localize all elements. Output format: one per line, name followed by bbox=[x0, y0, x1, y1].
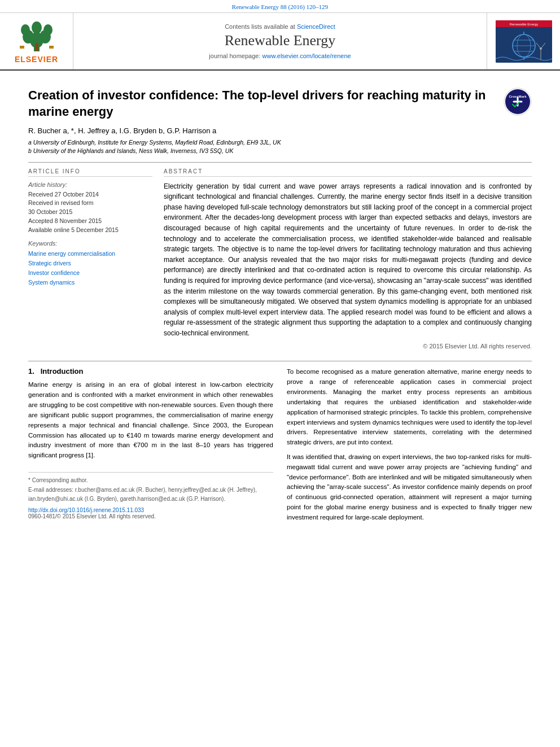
main-content: Creation of investor confidence: The top… bbox=[0, 71, 560, 539]
doi-line[interactable]: http://dx.doi.org/10.1016/j.renene.2015.… bbox=[28, 507, 273, 513]
article-title: Creation of investor confidence: The top… bbox=[28, 88, 492, 120]
affiliation-a: a University of Edinburgh, Institute for… bbox=[28, 138, 532, 147]
article-info-column: ARTICLE INFO Article history: Received 2… bbox=[28, 168, 152, 350]
journal-header-center: Contents lists available at ScienceDirec… bbox=[73, 13, 487, 69]
authors-line: R. Bucher a, *, H. Jeffrey a, I.G. Bryde… bbox=[28, 126, 532, 135]
article-info-abstract-section: ARTICLE INFO Article history: Received 2… bbox=[28, 168, 532, 350]
keyword-2[interactable]: Strategic drivers bbox=[28, 259, 152, 268]
received-date: Received 27 October 2014 bbox=[28, 190, 152, 199]
keywords-title: Keywords: bbox=[28, 240, 152, 247]
issn-line: 0960-1481/© 2015 Elsevier Ltd. All right… bbox=[28, 513, 273, 519]
renewable-energy-thumbnail: Renewable Energy bbox=[496, 20, 552, 63]
intro-paragraph-1: Marine energy is arising in an era of gl… bbox=[28, 380, 273, 461]
contents-list-text: Contents lists available at bbox=[225, 23, 295, 30]
keyword-1[interactable]: Marine energy commercialisation bbox=[28, 249, 152, 259]
svg-point-5 bbox=[43, 24, 53, 36]
svg-point-7 bbox=[35, 43, 38, 46]
sciencedirect-link[interactable]: ScienceDirect bbox=[297, 23, 335, 30]
journal-reference-text: Renewable Energy 88 (2016) 120–129 bbox=[232, 3, 328, 10]
intro-paragraph-2: To become recognised as a mature generat… bbox=[287, 367, 532, 448]
homepage-label: journal homepage: bbox=[209, 53, 260, 59]
svg-rect-8 bbox=[35, 46, 38, 51]
article-footer: * Corresponding author. E-mail addresses… bbox=[28, 472, 273, 519]
introduction-heading: 1. Introduction bbox=[28, 367, 273, 375]
elsevier-tree-icon bbox=[17, 19, 56, 53]
intro-paragraph-3: It was identified that, drawing on exper… bbox=[287, 452, 532, 523]
elsevier-brand-text: ELSEVIER bbox=[15, 55, 58, 64]
body-right-column: To become recognised as a mature generat… bbox=[287, 367, 532, 527]
section-number: 1. bbox=[28, 367, 34, 375]
received-revised-date: 30 October 2015 bbox=[28, 208, 152, 217]
elsevier-logo: ELSEVIER bbox=[15, 19, 58, 64]
copyright-line: © 2015 Elsevier Ltd. All rights reserved… bbox=[164, 343, 532, 350]
journal-logo-section: Renewable Energy bbox=[487, 13, 560, 69]
journal-homepage-line: journal homepage: www.elsevier.com/locat… bbox=[209, 53, 351, 59]
keyword-4[interactable]: System dynamics bbox=[28, 278, 152, 287]
elsevier-logo-section: ELSEVIER bbox=[0, 13, 73, 69]
renewable-energy-cover-icon: Renewable Energy bbox=[496, 20, 552, 63]
journal-reference-bar: Renewable Energy 88 (2016) 120–129 bbox=[0, 0, 560, 13]
svg-point-24 bbox=[540, 47, 542, 50]
corresponding-author-note: * Corresponding author. bbox=[28, 477, 273, 483]
body-left-column: 1. Introduction Marine energy is arising… bbox=[28, 367, 273, 527]
svg-point-6 bbox=[32, 21, 42, 34]
section-divider-1 bbox=[28, 162, 532, 163]
sciencedirect-line: Contents lists available at ScienceDirec… bbox=[225, 23, 335, 30]
available-online-date: Available online 5 December 2015 bbox=[28, 226, 152, 235]
abstract-text: Electricity generation by tidal current … bbox=[164, 181, 532, 339]
svg-text:Renewable Energy: Renewable Energy bbox=[509, 23, 538, 26]
section-title-text: Introduction bbox=[41, 367, 84, 375]
accepted-date: Accepted 8 November 2015 bbox=[28, 217, 152, 226]
article-title-section: Creation of investor confidence: The top… bbox=[28, 88, 532, 120]
crossmark-badge[interactable]: CrossMark bbox=[504, 88, 532, 116]
abstract-column: ABSTRACT Electricity generation by tidal… bbox=[164, 168, 532, 350]
affiliation-b: b University of the Highlands and Island… bbox=[28, 147, 532, 155]
svg-rect-9 bbox=[20, 46, 24, 49]
received-revised-label: Received in revised form bbox=[28, 199, 152, 208]
article-info-heading: ARTICLE INFO bbox=[28, 168, 152, 177]
journal-title: Renewable Energy bbox=[225, 32, 336, 49]
body-section: 1. Introduction Marine energy is arising… bbox=[28, 361, 532, 527]
journal-homepage-link[interactable]: www.elsevier.com/locate/renene bbox=[262, 53, 351, 59]
affiliations: a University of Edinburgh, Institute for… bbox=[28, 138, 532, 155]
keyword-3[interactable]: Investor confidence bbox=[28, 268, 152, 278]
svg-rect-10 bbox=[49, 46, 54, 49]
email-label: E-mail addresses: bbox=[28, 487, 73, 493]
svg-point-4 bbox=[21, 24, 30, 36]
abstract-heading: ABSTRACT bbox=[164, 168, 532, 177]
article-history-title: Article history: bbox=[28, 181, 152, 188]
crossmark-icon: CrossMark bbox=[504, 88, 532, 116]
email-addresses: E-mail addresses: r.bucher@ams.ed.ac.uk … bbox=[28, 486, 273, 504]
authors-text: R. Bucher a, *, H. Jeffrey a, I.G. Bryde… bbox=[28, 126, 216, 135]
journal-header: ELSEVIER Contents lists available at Sci… bbox=[0, 13, 560, 71]
